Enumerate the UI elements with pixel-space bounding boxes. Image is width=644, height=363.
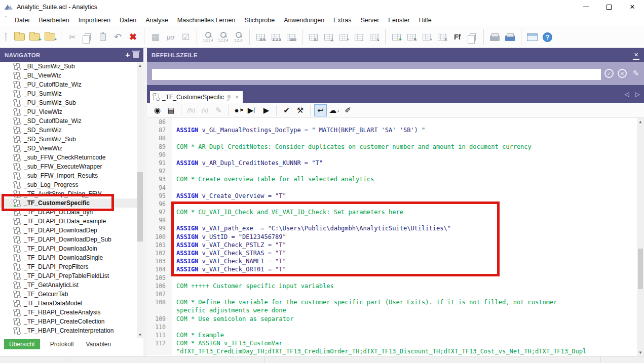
sort-icon[interactable]: A↓ bbox=[307, 29, 320, 45]
extract-data-icon[interactable]: ↘ bbox=[367, 29, 381, 45]
new-table-icon[interactable]: + bbox=[390, 29, 403, 45]
menu-item-extras[interactable]: Extras bbox=[329, 15, 356, 26]
navigator-item[interactable]: _TF_DLAPI_DLData_dyn bbox=[0, 208, 143, 217]
script-editor[interactable]: 8687ASSIGN v_GL_ManualPostings_DocType =… bbox=[147, 118, 644, 356]
navigator-tab-übersicht[interactable]: Übersicht bbox=[4, 339, 40, 349]
panel-splitter[interactable] bbox=[143, 48, 147, 356]
scroll-down-icon[interactable]: ▼ bbox=[137, 331, 143, 338]
navigator-item[interactable]: _PU_ViewWiz bbox=[0, 107, 143, 116]
navigator-item[interactable]: _TF_CustomerSpecific bbox=[0, 198, 137, 208]
count-records-icon[interactable]: ▦ bbox=[148, 29, 162, 45]
navigator-item[interactable]: _TF_GetcurrTab bbox=[0, 290, 143, 299]
navigator-tab-variablen[interactable]: Variablen bbox=[84, 339, 113, 349]
navigator-item[interactable]: _TF_GetAnalyticList bbox=[0, 280, 143, 290]
commit-scripts-icon[interactable]: ☁↓ bbox=[328, 104, 340, 116]
delete-icon[interactable]: ✖ bbox=[126, 29, 140, 45]
summarize-icon[interactable]: ⊥ bbox=[322, 29, 335, 45]
look-for-gaps-icon[interactable]: 1,2,,4 bbox=[232, 29, 245, 45]
navigator-item[interactable]: _PU_SumWiz_Sub bbox=[0, 98, 143, 107]
toggle-breakpoint-icon[interactable]: ●⚑ bbox=[233, 104, 245, 116]
navigator-item[interactable]: _sub_FFW_Import_Results bbox=[0, 171, 143, 180]
menu-item-daten[interactable]: Daten bbox=[115, 15, 141, 26]
minimize-button[interactable] bbox=[574, 0, 597, 14]
open-project-icon[interactable] bbox=[13, 29, 26, 45]
look-for-fuzzy-duplicates-icon[interactable]: 1,2,2,4 bbox=[216, 29, 230, 45]
edit-command-icon[interactable]: ✎ bbox=[631, 68, 641, 78]
options-icon[interactable] bbox=[525, 29, 539, 45]
navigator-item[interactable]: _TF_HBAPI_CreateInterpretation bbox=[0, 326, 143, 335]
delete-item-icon[interactable] bbox=[133, 52, 139, 58]
navigator-item[interactable]: _TF_DLAPI_DLData_example bbox=[0, 217, 143, 226]
tab-tf-customerspecific[interactable]: _TF_CustomerSpecific × bbox=[150, 91, 243, 103]
print-icon[interactable] bbox=[503, 29, 517, 45]
insert-function-icon[interactable]: (fx) bbox=[185, 104, 198, 116]
navigator-item[interactable]: _SD_SumWiz_Sub bbox=[0, 135, 143, 144]
navigator-item[interactable]: _TF_DLAPI_PrepTableFieldList bbox=[0, 271, 143, 280]
dialog-builder-icon[interactable]: ▤ bbox=[165, 104, 177, 116]
menu-item-server[interactable]: Server bbox=[356, 15, 384, 26]
navigator-item[interactable]: _TF_DLAPI_DownloadJoin bbox=[0, 244, 143, 253]
new-project-icon[interactable]: + bbox=[28, 29, 42, 45]
command-input[interactable] bbox=[152, 69, 601, 80]
join-tables-icon[interactable]: → bbox=[352, 29, 366, 45]
editor-scrollbar[interactable]: ▲ ▼ bbox=[637, 118, 644, 356]
menu-item-hilfe[interactable]: Hilfe bbox=[414, 15, 436, 26]
close-panel-icon[interactable]: × bbox=[633, 51, 639, 60]
menu-item-fenster[interactable]: Fenster bbox=[384, 15, 414, 26]
navigator-scrollbar[interactable]: ▲ ▼ bbox=[137, 62, 143, 338]
undo-icon[interactable]: ↶ bbox=[111, 29, 125, 45]
add-column-icon[interactable]: + bbox=[420, 29, 434, 45]
navigator-item[interactable]: _TF_HBAPI_CreateCollection bbox=[0, 317, 143, 326]
navigator-item[interactable]: _PU_CutoffDate_Wiz bbox=[0, 80, 143, 89]
copy-view-icon[interactable] bbox=[466, 29, 479, 45]
cancel-command-icon[interactable]: ✕ bbox=[618, 69, 627, 78]
navigator-item[interactable]: _SD_CutoffDate_Wiz bbox=[0, 116, 143, 126]
maximize-button[interactable] bbox=[597, 0, 621, 14]
age-icon[interactable]: 360 bbox=[284, 29, 298, 45]
tab-close-icon[interactable]: × bbox=[235, 94, 239, 100]
verify-icon[interactable]: ☑ bbox=[179, 29, 193, 45]
navigator-item[interactable]: _sub_FFW_CheckReturncode bbox=[0, 153, 143, 162]
add-item-icon[interactable]: + bbox=[125, 51, 130, 59]
cross-tabulate-icon[interactable]: + bbox=[337, 29, 351, 45]
navigator-item[interactable]: _sub_Log_Progress bbox=[0, 180, 143, 189]
menu-item-datei[interactable]: Datei bbox=[10, 15, 34, 26]
navigator-item[interactable]: _TF_DLAPI_DownloadDep bbox=[0, 226, 143, 235]
font-icon[interactable]: Ff bbox=[450, 29, 464, 45]
syntax-check-icon[interactable]: ✔ bbox=[280, 104, 293, 116]
scrollbar-thumb[interactable] bbox=[137, 172, 143, 241]
wrap-lines-icon[interactable]: ↩ bbox=[314, 104, 327, 116]
menu-item-bearbeiten[interactable]: Bearbeiten bbox=[34, 15, 73, 26]
navigator-item[interactable]: _TF_DLAPI_DownloadSingle bbox=[0, 253, 143, 262]
menu-item-analyse[interactable]: Analyse bbox=[141, 15, 172, 26]
navigator-tab-protokoll[interactable]: Protokoll bbox=[48, 339, 76, 349]
navigator-item[interactable]: _TF_HanaDataModel bbox=[0, 299, 143, 308]
navigator-item[interactable]: _TF_DLAPI_PrepFilters bbox=[0, 262, 143, 271]
statistics-icon[interactable]: μσ bbox=[164, 29, 177, 45]
navigator-item[interactable]: _PU_SumWiz bbox=[0, 89, 143, 98]
tab-scroll-left-icon[interactable]: ◁ bbox=[625, 91, 629, 98]
menu-item-stichprobe[interactable]: Stichprobe bbox=[240, 15, 279, 26]
navigator-item[interactable]: _SD_SumWiz bbox=[0, 126, 143, 135]
copy-icon[interactable] bbox=[81, 29, 94, 45]
cut-icon[interactable]: ✂ bbox=[65, 29, 79, 45]
menu-item-importieren[interactable]: Importieren bbox=[74, 15, 115, 26]
save-project-icon[interactable]: ▪ bbox=[43, 29, 57, 45]
navigator-item[interactable]: _SD_ViewWiz bbox=[0, 144, 143, 153]
navigator-item[interactable]: _TF_AuditStep_Dialog_FFW bbox=[0, 189, 143, 198]
scroll-up-icon[interactable]: ▲ bbox=[637, 118, 644, 125]
edit-selection-icon[interactable]: ✎ bbox=[212, 104, 225, 116]
step-icon[interactable]: ▶▏ bbox=[246, 104, 259, 116]
edit-script-icon[interactable]: ✐ bbox=[342, 104, 354, 116]
navigator-item[interactable]: _BL_SumWiz_Sub bbox=[0, 62, 143, 71]
accept-command-icon[interactable]: ✓ bbox=[604, 69, 614, 78]
scroll-down-icon[interactable]: ▼ bbox=[637, 349, 644, 356]
pin-icon[interactable] bbox=[227, 95, 232, 100]
navigator-item[interactable]: _BL_ViewWiz bbox=[0, 71, 143, 80]
navigator-item[interactable]: _TF_DLAPI_DownloadDep_Sub bbox=[0, 235, 143, 244]
record-script-icon[interactable]: ◉ bbox=[151, 104, 164, 116]
navigator-item[interactable]: _sub_FFW_ExecuteWrapper bbox=[0, 162, 143, 171]
classify-icon[interactable]: A% bbox=[254, 29, 268, 45]
paste-icon[interactable] bbox=[96, 29, 109, 45]
help-icon[interactable]: ? bbox=[541, 29, 554, 45]
